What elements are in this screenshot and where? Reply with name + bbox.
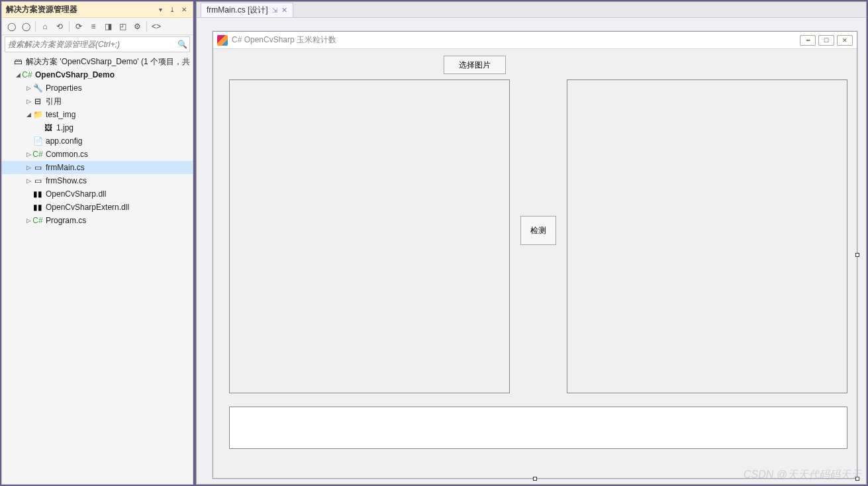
app-icon — [217, 35, 228, 46]
properties-node[interactable]: ▷ 🔧 Properties — [2, 81, 193, 95]
close-icon[interactable]: ✕ — [179, 5, 189, 15]
expander-icon[interactable]: ▷ — [24, 177, 32, 184]
wrench-icon: 🔧 — [32, 83, 43, 93]
solution-node[interactable]: 🗃 解决方案 'OpenCvSharp_Demo' (1 个项目，共 — [2, 55, 193, 68]
detect-button[interactable]: 检测 — [520, 216, 556, 245]
cs-file-node[interactable]: ▷ C# Common.cs — [2, 148, 193, 161]
node-label: 引用 — [46, 96, 62, 107]
separator — [69, 21, 70, 32]
node-label: Common.cs — [46, 150, 88, 159]
resize-handle[interactable] — [533, 477, 537, 481]
view-icon[interactable]: ◰ — [116, 20, 129, 33]
cs-file-node[interactable]: ▷ C# Program.cs — [2, 214, 193, 227]
solution-toolbar: ◯ ◯ ⌂ ⟲ ⟳ ≡ ◨ ◰ ⚙ <> — [2, 18, 193, 35]
dll-file-node[interactable]: ▮▮ OpenCvSharpExtern.dll — [2, 201, 193, 214]
dropdown-icon[interactable]: ▾ — [156, 5, 165, 15]
panel-titlebar: 解决方案资源管理器 ▾ ⤓ ✕ — [2, 2, 193, 18]
form-icon: ▭ — [32, 176, 43, 185]
node-label: app.config — [46, 136, 82, 146]
picturebox-left[interactable] — [229, 79, 510, 393]
node-label: OpenCvSharpExtern.dll — [46, 203, 129, 212]
dll-icon: ▮▮ — [32, 203, 43, 212]
node-label: test_img — [46, 110, 75, 119]
dll-icon: ▮▮ — [32, 189, 43, 199]
csharp-icon: C# — [32, 150, 43, 159]
pin-icon[interactable]: ⤓ — [168, 5, 177, 15]
csharp-project-icon: C# — [22, 70, 32, 79]
config-icon: 📄 — [32, 136, 43, 146]
show-all-icon[interactable]: ◨ — [101, 20, 115, 33]
sync-icon[interactable]: ⟲ — [53, 20, 66, 33]
project-node[interactable]: ◢ C# OpenCvSharp_Demo — [2, 68, 193, 81]
node-label: Program.cs — [46, 216, 86, 225]
search-box[interactable]: 🔍 — [5, 36, 190, 52]
expander-icon[interactable]: ▷ — [24, 217, 32, 224]
folder-icon: 📁 — [32, 110, 43, 119]
search-input[interactable] — [8, 40, 177, 49]
tab-label: frmMain.cs [设计] — [207, 5, 268, 16]
properties-icon[interactable]: ⚙ — [130, 20, 144, 33]
node-label: 解决方案 'OpenCvSharp_Demo' (1 个项目，共 — [26, 56, 190, 68]
document-area: frmMain.cs [设计] ⇲ ✕ C# OpenCvSharp 玉米粒计数… — [196, 1, 867, 485]
cs-file-node-selected[interactable]: ▷ ▭ frmMain.cs — [2, 161, 193, 174]
expander-icon[interactable]: ▷ — [24, 85, 32, 91]
separator — [35, 21, 36, 32]
expander-icon[interactable]: ▷ — [24, 151, 32, 158]
image-file-node[interactable]: 🖼 1.jpg — [2, 121, 193, 134]
form-icon: ▭ — [32, 163, 43, 172]
form-body[interactable]: 选择图片 检测 — [213, 49, 857, 478]
picturebox-right[interactable] — [567, 79, 847, 393]
form-title: C# OpenCvSharp 玉米粒计数 — [232, 34, 800, 46]
search-icon[interactable]: 🔍 — [177, 40, 187, 49]
node-label: OpenCvSharp.dll — [46, 189, 106, 199]
node-label: frmShow.cs — [46, 176, 87, 185]
close-button[interactable]: ✕ — [837, 35, 853, 46]
solution-tree: 🗃 解决方案 'OpenCvSharp_Demo' (1 个项目，共 ◢ C# … — [2, 54, 193, 483]
minimize-button[interactable]: ━ — [800, 35, 816, 46]
pin-icon[interactable]: ⇲ — [272, 7, 277, 14]
references-icon: ⊟ — [32, 97, 43, 106]
cs-file-node[interactable]: ▷ ▭ frmShow.cs — [2, 174, 193, 187]
output-textbox[interactable] — [229, 407, 847, 449]
panel-title: 解决方案资源管理器 — [6, 4, 156, 15]
separator — [146, 21, 147, 32]
node-label: frmMain.cs — [46, 163, 85, 172]
refresh-icon[interactable]: ⟳ — [72, 20, 85, 33]
expander-icon[interactable]: ◢ — [24, 111, 32, 118]
config-file-node[interactable]: 📄 app.config — [2, 134, 193, 148]
expander-icon[interactable]: ▷ — [24, 164, 32, 171]
dll-file-node[interactable]: ▮▮ OpenCvSharp.dll — [2, 187, 193, 201]
collapse-icon[interactable]: ≡ — [87, 20, 100, 33]
back-icon[interactable]: ◯ — [5, 20, 18, 33]
resize-handle[interactable] — [855, 477, 859, 481]
home-icon[interactable]: ⌂ — [38, 20, 52, 33]
resize-handle[interactable] — [855, 253, 859, 257]
forward-icon[interactable]: ◯ — [19, 20, 32, 33]
form-titlebar: C# OpenCvSharp 玉米粒计数 ━ ☐ ✕ — [213, 32, 857, 49]
maximize-button[interactable]: ☐ — [818, 35, 834, 46]
select-image-button[interactable]: 选择图片 — [444, 56, 506, 74]
tab-frmmain-design[interactable]: frmMain.cs [设计] ⇲ ✕ — [201, 3, 293, 17]
solution-explorer-panel: 解决方案资源管理器 ▾ ⤓ ✕ ◯ ◯ ⌂ ⟲ ⟳ ≡ ◨ ◰ ⚙ <> 🔍 🗃… — [1, 1, 193, 485]
expander-icon[interactable]: ◢ — [14, 72, 22, 78]
references-node[interactable]: ▷ ⊟ 引用 — [2, 95, 193, 108]
csharp-icon: C# — [32, 216, 43, 225]
folder-node[interactable]: ◢ 📁 test_img — [2, 108, 193, 121]
form-window[interactable]: C# OpenCvSharp 玉米粒计数 ━ ☐ ✕ 选择图片 检测 — [213, 31, 857, 479]
expander-icon[interactable]: ▷ — [24, 98, 32, 105]
close-icon[interactable]: ✕ — [281, 6, 287, 15]
tab-strip: frmMain.cs [设计] ⇲ ✕ — [197, 2, 866, 18]
image-icon: 🖼 — [43, 123, 54, 132]
code-icon[interactable]: <> — [150, 20, 163, 33]
design-surface[interactable]: C# OpenCvSharp 玉米粒计数 ━ ☐ ✕ 选择图片 检测 — [203, 24, 859, 477]
solution-icon: 🗃 — [13, 57, 23, 66]
node-label: OpenCvSharp_Demo — [35, 70, 115, 79]
node-label: Properties — [46, 83, 82, 93]
node-label: 1.jpg — [56, 123, 73, 132]
